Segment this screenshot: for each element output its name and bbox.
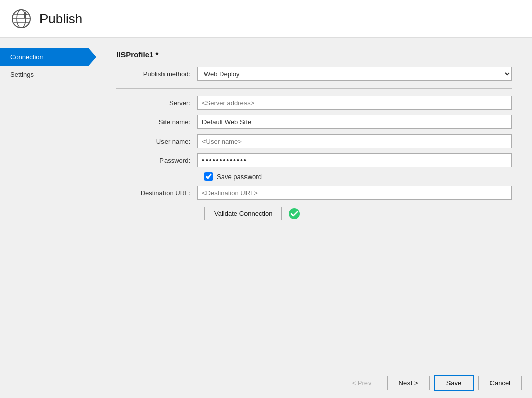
password-label: Password: (116, 157, 197, 164)
sidebar: Connection Settings (0, 38, 96, 398)
server-row: Server: (116, 96, 512, 110)
site-name-row: Site name: (116, 115, 512, 129)
content-wrapper: IISProfile1 * Publish method: Web Deploy… (96, 38, 532, 398)
svg-point-6 (289, 208, 300, 219)
svg-marker-5 (23, 12, 27, 18)
next-button[interactable]: Next > (387, 376, 430, 390)
profile-title: IISProfile1 * (116, 50, 512, 59)
validate-connection-button[interactable]: Validate Connection (204, 207, 282, 220)
validate-row: Validate Connection (204, 207, 512, 220)
save-password-row: Save password (204, 172, 512, 181)
divider (116, 88, 512, 89)
save-password-checkbox[interactable] (204, 172, 213, 181)
server-label: Server: (116, 99, 197, 107)
main-area: Connection Settings IISProfile1 * Publis… (0, 38, 532, 398)
destination-url-input[interactable] (197, 186, 512, 200)
publish-globe-icon (10, 8, 32, 30)
cancel-button[interactable]: Cancel (478, 376, 522, 390)
footer: < Prev Next > Save Cancel (96, 368, 532, 398)
content-panel: IISProfile1 * Publish method: Web Deploy… (96, 38, 532, 231)
user-name-row: User name: (116, 134, 512, 148)
prev-button[interactable]: < Prev (341, 376, 383, 390)
destination-url-row: Destination URL: (116, 186, 512, 200)
header: Publish (0, 0, 532, 38)
publish-method-label: Publish method: (116, 70, 197, 78)
site-name-input[interactable] (197, 115, 512, 129)
page-title: Publish (39, 11, 83, 27)
publish-method-select[interactable]: Web Deploy FTP File System (197, 67, 512, 81)
save-password-label[interactable]: Save password (217, 173, 262, 181)
site-name-label: Site name: (116, 118, 197, 126)
save-button[interactable]: Save (434, 375, 474, 391)
password-input[interactable] (197, 153, 512, 167)
destination-url-label: Destination URL: (116, 189, 197, 197)
publish-method-row: Publish method: Web Deploy FTP File Syst… (116, 67, 512, 81)
password-row: Password: (116, 153, 512, 167)
user-name-input[interactable] (197, 134, 512, 148)
user-name-label: User name: (116, 138, 197, 145)
server-input[interactable] (197, 96, 512, 110)
validation-success-icon (288, 208, 300, 220)
sidebar-item-connection[interactable]: Connection (0, 48, 96, 66)
sidebar-item-settings[interactable]: Settings (0, 66, 96, 83)
